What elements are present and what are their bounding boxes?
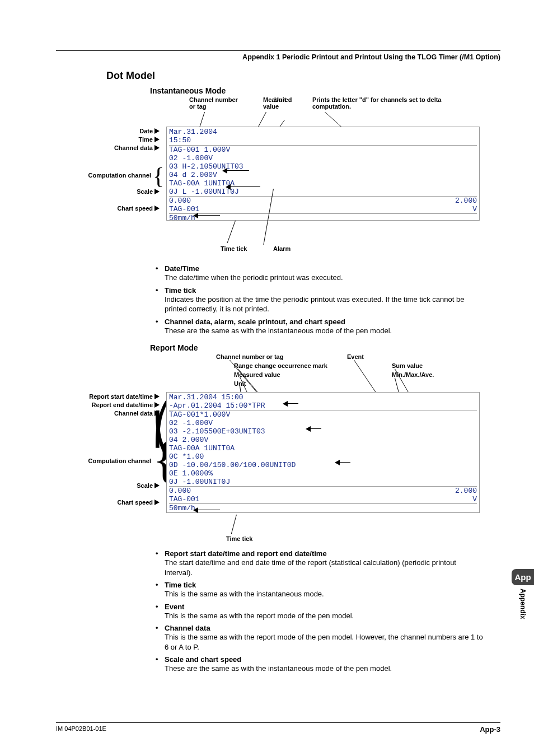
printout-box: Mar.31.2004 15:50 TAG-001 1.000V 02 -1.0… [166,127,480,221]
page-footer: IM 04P02B01-01E App-3 [56,722,500,734]
row-label-scale: Scale [67,188,160,196]
row-label-end: Report end date/time [67,401,160,409]
running-head: Appendix 1 Periodic Printout and Printou… [56,53,500,61]
scale-left: 0.000 [169,487,191,495]
footer-code: IM 04P02B01-01E [56,725,106,734]
figure-instantaneous: Channel number or tag Measured value Uni… [67,96,493,259]
row-label-computation: Computation channel [88,172,151,179]
desc-title: Channel data [165,624,210,632]
scale-right: 2.000 [455,197,477,205]
row-label-computation: Computation channel [88,458,151,464]
bottom-label-alarm: Alarm [273,245,291,252]
side-tab-short: App [512,569,534,585]
report-descriptions: •Report start date/time and report end d… [156,549,486,674]
print-line: TAG-00A 1UNIT0A [169,179,477,188]
desc-body: These are the same as with the instantan… [165,326,486,336]
row-label-scale: Scale [67,482,160,490]
print-line: 0J L -1.00UNIT0J [169,188,477,196]
figure-report: Channel number or tag Range change occur… [67,353,493,544]
bottom-label-time-tick: Time tick [221,245,247,252]
row-label-start: Report start date/time [67,393,160,401]
row-label-chart-speed: Chart speed [67,498,160,507]
desc-body: This is the same as with the instantaneo… [165,589,486,599]
print-line: Mar.31.2004 15:00 [169,393,477,402]
side-tab-long: Appendix [519,589,527,619]
top-label-channel: Channel number or tag [189,96,251,110]
top-label-prints-d: Prints the letter "d" for channels set t… [312,96,480,110]
desc-body: The start date/time and end date time of… [165,558,486,577]
desc-title: Report start date/time and report end da… [165,549,327,558]
desc-title: Scale and chart speed [165,655,241,664]
scale-left: 0.000 [169,197,191,205]
scale-unit: V [472,495,477,503]
desc-title: Time tick [165,286,196,295]
print-line: TAG-001*1.000V [169,410,477,419]
print-line: Mar.31.2004 [169,128,477,136]
instantaneous-descriptions: •Date/Time The date/time when the period… [156,264,486,335]
print-line: -Apr.01.2004 15:00*TPR [169,402,477,410]
print-line: 0E 1.0000% [169,469,477,478]
scale-tag: TAG-001 [169,205,200,213]
print-line: 04 d 2.000V [169,171,477,179]
print-line: TAG-00A 1UNIT0A [169,444,477,452]
print-line: 02 -1.000V [169,154,477,162]
print-line: 02 -1.000V [169,419,477,427]
print-line: 04 2.000V [169,436,477,444]
section-title: Dot Model [106,70,500,82]
top-label-channel: Channel number or tag [216,353,283,360]
scale-unit: V [472,205,477,213]
bottom-label-time-tick: Time tick [226,535,253,542]
desc-title: Time tick [165,581,196,589]
row-label-chart-speed: Chart speed [67,204,160,213]
row-label-time: Time [67,136,160,144]
top-label-range: Range change occurrence mark [234,362,327,369]
mode-title-instantaneous: Instantaneous Mode [150,86,500,95]
top-label-event: Event [347,353,364,360]
desc-body: These are the same as with the instantan… [165,664,486,674]
desc-title: Event [165,603,184,611]
footer-page: App-3 [480,725,500,734]
chart-speed-value: 50mm/h [169,504,477,512]
print-line: 0J -1.00UNIT0J [169,478,477,486]
desc-body: Indicates the position at the time the p… [165,295,486,314]
desc-title: Date/Time [165,264,199,273]
top-label-sum: Sum value [392,362,423,369]
print-line: 03 -2.105500E+03UNIT03 [169,427,477,436]
mode-title-report: Report Mode [150,343,500,352]
desc-body: This is the same as with the report mode… [165,611,486,621]
row-label-channel-data: Channel data [67,144,160,152]
print-line: 15:50 [169,136,477,144]
desc-body: The date/time when the periodic printout… [165,273,486,283]
top-label-unit: Unit [274,96,286,103]
row-label-date: Date [67,127,160,136]
scale-tag: TAG-001 [169,495,200,503]
scale-right: 2.000 [455,487,477,495]
print-line: TAG-001 1.000V [169,146,477,154]
printout-box-report: Mar.31.2004 15:00 -Apr.01.2004 15:00*TPR… [166,392,480,513]
print-line: 0C *1.00 [169,452,477,461]
desc-body: This is the same as with the report mode… [165,632,486,652]
side-tab: App Appendix [512,569,534,619]
print-line: 03 H-2.1050UNIT03 [169,162,477,171]
print-line: 0D -10.00/150.00/100.00UNIT0D [169,461,477,469]
row-label-channel-data: Channel data [67,409,160,418]
desc-title: Channel data, alarm, scale printout, and… [165,318,345,326]
